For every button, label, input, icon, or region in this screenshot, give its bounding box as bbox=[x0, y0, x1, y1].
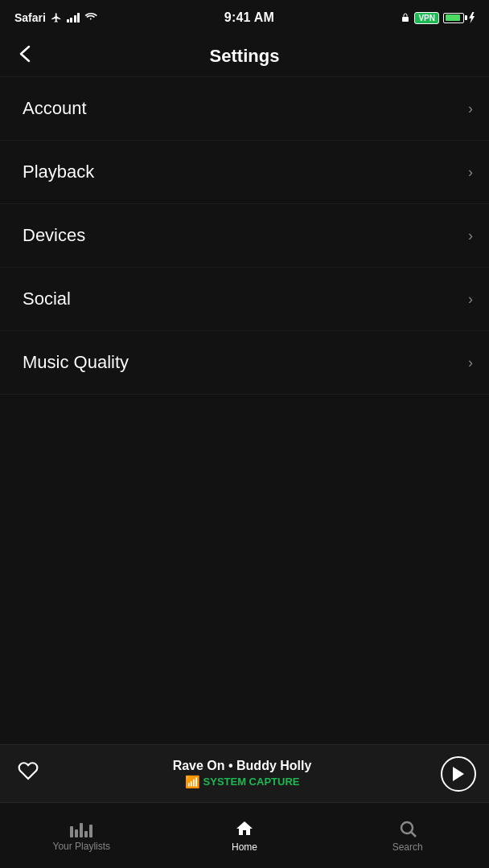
settings-item-devices[interactable]: Devices › bbox=[0, 204, 489, 268]
signal-bars bbox=[67, 13, 80, 23]
settings-label-social: Social bbox=[23, 289, 71, 309]
settings-label-music-quality: Music Quality bbox=[23, 352, 129, 373]
settings-label-account: Account bbox=[23, 98, 87, 119]
now-playing-bar: Rave On • Buddy Holly 📶 SYSTEM CAPTURE bbox=[0, 744, 489, 802]
settings-header: Settings bbox=[0, 35, 489, 77]
status-bar: Safari 9:41 AM VPN bbox=[0, 0, 489, 35]
nav-label-home: Home bbox=[232, 841, 257, 853]
wifi-icon bbox=[84, 13, 97, 23]
svg-point-3 bbox=[401, 822, 413, 833]
now-playing-source: 📶 SYSTEM CAPTURE bbox=[53, 775, 431, 789]
status-time: 9:41 AM bbox=[224, 10, 274, 25]
now-playing-info: Rave On • Buddy Holly 📶 SYSTEM CAPTURE bbox=[53, 759, 431, 789]
page-title: Settings bbox=[210, 46, 280, 67]
charging-icon bbox=[468, 12, 475, 23]
like-button[interactable] bbox=[13, 755, 43, 792]
status-right: VPN bbox=[401, 12, 475, 24]
nav-label-your-playlists: Your Playlists bbox=[53, 841, 111, 852]
search-icon bbox=[398, 819, 417, 838]
settings-item-social[interactable]: Social › bbox=[0, 268, 489, 331]
chevron-icon-devices: › bbox=[468, 227, 473, 244]
settings-item-playback[interactable]: Playback › bbox=[0, 141, 489, 204]
settings-list: Account › Playback › Devices › Social › … bbox=[0, 77, 489, 411]
play-button[interactable] bbox=[441, 756, 476, 792]
settings-label-playback: Playback bbox=[23, 162, 94, 182]
airplane-icon bbox=[51, 12, 62, 23]
home-icon bbox=[235, 819, 254, 838]
nav-item-your-playlists[interactable]: Your Playlists bbox=[0, 812, 163, 860]
settings-item-notifications[interactable]: Notifications › bbox=[0, 395, 489, 411]
svg-line-4 bbox=[411, 832, 416, 837]
chevron-icon-music-quality: › bbox=[468, 354, 473, 371]
chevron-icon-account: › bbox=[468, 100, 473, 117]
back-button[interactable] bbox=[14, 40, 35, 72]
battery bbox=[443, 13, 464, 23]
bluetooth-icon: 📶 bbox=[185, 775, 200, 789]
settings-item-account[interactable]: Account › bbox=[0, 77, 489, 141]
vpn-badge: VPN bbox=[414, 12, 439, 24]
now-playing-source-label: SYSTEM CAPTURE bbox=[203, 776, 300, 788]
nav-item-home[interactable]: Home bbox=[163, 811, 327, 861]
settings-item-music-quality[interactable]: Music Quality › bbox=[0, 331, 489, 395]
svg-rect-1 bbox=[402, 17, 409, 22]
bottom-nav: Your Playlists Home Search bbox=[0, 802, 489, 868]
settings-label-devices: Devices bbox=[23, 225, 85, 246]
lock-icon bbox=[401, 12, 410, 23]
nav-item-search[interactable]: Search bbox=[326, 811, 489, 861]
svg-marker-2 bbox=[453, 767, 464, 781]
nav-label-search: Search bbox=[392, 841, 423, 853]
svg-point-0 bbox=[90, 18, 92, 20]
carrier-label: Safari bbox=[14, 11, 46, 24]
library-icon bbox=[70, 820, 92, 837]
status-left: Safari bbox=[14, 11, 97, 24]
now-playing-title: Rave On • Buddy Holly bbox=[53, 759, 431, 773]
chevron-icon-playback: › bbox=[468, 164, 473, 181]
chevron-icon-social: › bbox=[468, 291, 473, 308]
